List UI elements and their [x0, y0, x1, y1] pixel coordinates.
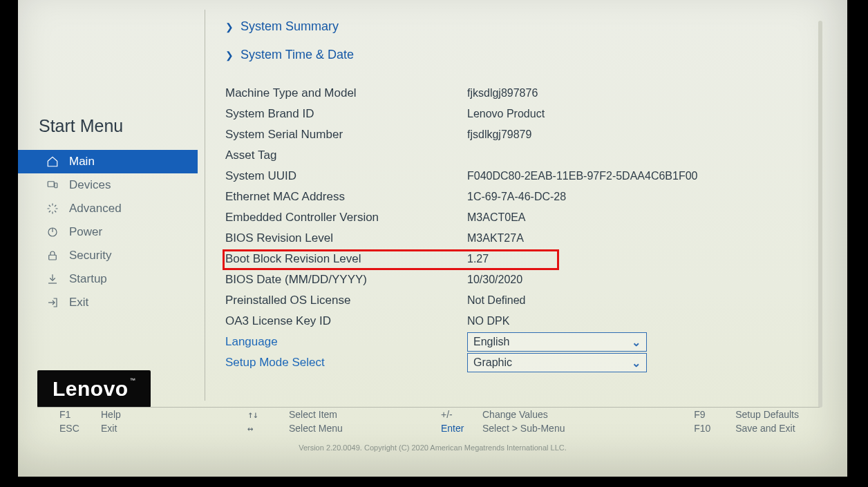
field-label: BIOS Revision Level: [225, 231, 467, 245]
hint-enter-submenu: EnterSelect > Sub-Menu: [441, 423, 634, 434]
svg-rect-3: [49, 255, 57, 260]
row-bios-date: BIOS Date (MM/DD/YYYY)10/30/2020: [225, 269, 820, 290]
sidebar-item-main[interactable]: Main: [18, 150, 198, 173]
sidebar-item-devices[interactable]: Devices: [18, 173, 198, 197]
field-value: 1.27: [467, 253, 489, 265]
hint-esc-exit: ESCExit: [59, 423, 239, 434]
field-label: Machine Type and Model: [225, 86, 467, 100]
field-label: Setup Mode Select: [225, 356, 467, 370]
submenu-system-summary[interactable]: ❯ System Summary: [225, 19, 820, 34]
select-value: English: [473, 336, 509, 348]
key-label: Enter: [441, 423, 470, 434]
hint-plusminus-change: +/-Change Values: [441, 409, 634, 420]
sidebar-item-label: Advanced: [69, 202, 122, 216]
hint-label: Select Menu: [289, 423, 343, 434]
key-label: F10: [694, 423, 723, 434]
home-icon: [46, 155, 59, 168]
chevron-down-icon: ⌄: [632, 336, 641, 349]
submenu-label: System Time & Date: [240, 48, 354, 62]
row-language: Language English ⌄: [225, 332, 820, 352]
field-label: Ethernet MAC Address: [225, 190, 467, 204]
hint-label: Setup Defaults: [735, 409, 799, 420]
footer-help-bar: F1Help ESCExit ↑↓Select Item ↔Select Men…: [18, 409, 820, 438]
sidebar-item-startup[interactable]: Startup: [18, 267, 198, 291]
logo-text: Lenovo: [53, 377, 129, 400]
field-label: Boot Block Revision Level: [225, 252, 467, 266]
field-value: 1C-69-7A-46-DC-28: [467, 191, 566, 203]
sidebar-item-security[interactable]: Security: [18, 244, 198, 267]
field-value: Not Defined: [467, 294, 526, 307]
row-boot-block: Boot Block Revision Level1.27: [225, 249, 820, 269]
field-value: Lenovo Product: [467, 108, 545, 120]
sidebar-item-label: Power: [69, 225, 102, 239]
hint-label: Select > Sub-Menu: [482, 423, 565, 434]
row-bios-revision: BIOS Revision LevelM3AKT27A: [225, 228, 820, 249]
field-label: Language: [225, 335, 467, 349]
hint-label: Help: [101, 409, 121, 420]
chevron-right-icon: ❯: [225, 50, 234, 61]
key-label: +/-: [441, 409, 470, 420]
field-value: 10/30/2020: [467, 274, 522, 286]
sidebar-item-label: Main: [69, 155, 95, 169]
power-icon: [46, 226, 59, 238]
devices-icon: [46, 179, 59, 191]
exit-icon: [46, 296, 59, 309]
sidebar-title: Start Menu: [18, 116, 198, 144]
field-value: fjsdlkgj79879: [467, 128, 531, 141]
chevron-right-icon: ❯: [225, 21, 234, 32]
bios-screen: Start Menu Main Devices Advanced Power: [18, 0, 847, 477]
submenu-label: System Summary: [240, 19, 339, 34]
sidebar-item-power[interactable]: Power: [18, 220, 198, 244]
key-label: F1: [59, 409, 88, 420]
lenovo-logo: Lenovo™: [37, 370, 151, 408]
sidebar-item-label: Security: [69, 249, 111, 262]
field-label: Embedded Controller Version: [225, 211, 467, 225]
field-value: fjksdlgj897876: [467, 87, 538, 99]
chevron-down-icon: ⌄: [632, 356, 641, 370]
hint-label: Change Values: [482, 409, 548, 420]
field-label: BIOS Date (MM/DD/YYYY): [225, 273, 467, 287]
sidebar-item-label: Devices: [69, 178, 111, 192]
hint-updown-select-item: ↑↓Select Item: [247, 409, 441, 420]
field-label: System Brand ID: [225, 107, 467, 121]
row-os-license: Preinstalled OS LicenseNot Defined: [225, 290, 820, 311]
setup-mode-select[interactable]: Graphic ⌄: [467, 353, 647, 372]
sidebar-item-label: Exit: [69, 296, 88, 309]
row-setup-mode: Setup Mode Select Graphic ⌄: [225, 352, 820, 373]
sidebar-item-exit[interactable]: Exit: [18, 291, 198, 314]
hint-label: Select Item: [289, 409, 337, 420]
advanced-icon: [46, 202, 59, 215]
hint-label: Save and Exit: [735, 423, 795, 434]
select-value: Graphic: [473, 356, 512, 369]
startup-icon: [46, 273, 59, 285]
lock-icon: [46, 249, 59, 262]
field-label: OA3 License Key ID: [225, 314, 467, 328]
field-label: Asset Tag: [225, 149, 467, 162]
row-oa3-key: OA3 License Key IDNO DPK: [225, 311, 820, 332]
row-ec-version: Embedded Controller VersionM3ACT0EA: [225, 207, 820, 228]
trademark-symbol: ™: [130, 377, 136, 383]
arrows-leftright-icon: ↔: [247, 423, 276, 434]
sidebar-menu: Main Devices Advanced Power Security: [18, 150, 198, 314]
row-serial-number: System Serial Numberfjsdlkgj79879: [225, 124, 820, 145]
arrows-updown-icon: ↑↓: [247, 409, 276, 420]
row-machine-type: Machine Type and Modelfjksdlgj897876: [225, 83, 820, 104]
svg-rect-0: [48, 182, 54, 187]
svg-rect-1: [55, 183, 57, 188]
sidebar-item-advanced[interactable]: Advanced: [18, 197, 198, 220]
fields-list: Machine Type and Modelfjksdlgj897876 Sys…: [225, 83, 820, 373]
content-panel: ❯ System Summary ❯ System Time & Date Ma…: [198, 0, 820, 449]
field-value: M3ACT0EA: [467, 211, 525, 224]
field-value: M3AKT27A: [467, 232, 524, 245]
row-mac-address: Ethernet MAC Address1C-69-7A-46-DC-28: [225, 187, 820, 207]
copyright-text: Version 2.20.0049. Copyright (C) 2020 Am…: [18, 443, 847, 452]
hint-f1-help: F1Help: [59, 409, 239, 420]
language-select[interactable]: English ⌄: [467, 332, 647, 352]
key-label: ESC: [59, 423, 88, 434]
row-system-uuid: System UUIDF040DC80-2EAB-11EB-97F2-5DAA4…: [225, 166, 820, 187]
field-value: F040DC80-2EAB-11EB-97F2-5DAA4C6B1F00: [467, 170, 698, 182]
hint-f10-save-exit: F10Save and Exit: [694, 423, 799, 434]
sidebar-item-label: Startup: [69, 272, 107, 286]
submenu-system-time-date[interactable]: ❯ System Time & Date: [225, 48, 820, 62]
hint-leftright-select-menu: ↔Select Menu: [247, 423, 441, 434]
